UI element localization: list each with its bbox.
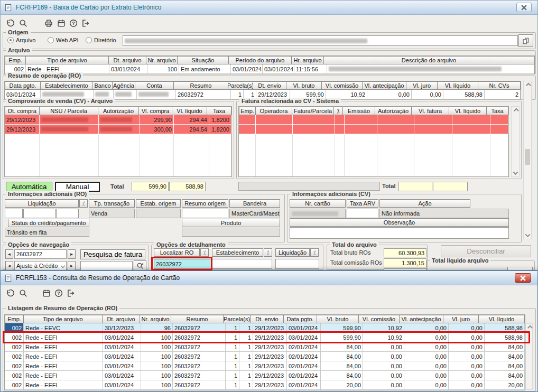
cell[interactable]: 26032972 [173, 333, 226, 342]
cell[interactable] [377, 125, 414, 134]
cell[interactable]: Rede - EEFI [24, 380, 103, 390]
table-row[interactable] [239, 125, 508, 134]
cell[interactable]: 03/01/2024 [103, 352, 141, 361]
resumo-origem-field[interactable] [182, 209, 228, 218]
calendar-icon[interactable] [54, 16, 68, 30]
table-row[interactable]: 002Rede - EEFI03/01/2024100260329721129/… [5, 380, 525, 390]
cell[interactable]: 84,00 [485, 342, 525, 352]
cell[interactable] [414, 115, 452, 125]
cell[interactable]: 84,00 [485, 361, 525, 371]
cell[interactable]: 29/12/2023 [253, 342, 287, 352]
cell[interactable]: 002 [5, 342, 24, 352]
cell[interactable] [490, 115, 508, 125]
column-header[interactable]: Dt. arquivo [108, 56, 146, 64]
header-observacao[interactable]: Observação [290, 218, 509, 227]
column-header[interactable]: Descrição do arquivo [323, 56, 534, 64]
header-acao[interactable]: Ação [379, 199, 470, 208]
table-row[interactable]: 002Rede - EEFI03/01/2024100260329721129/… [5, 371, 525, 380]
cell[interactable]: 29/12/2023 [253, 371, 287, 380]
cell[interactable]: 29/12/2023 [253, 333, 287, 342]
header-estabelecimento[interactable]: Estabelecimento [212, 248, 263, 257]
column-header[interactable]: Hr. arquivo [291, 56, 324, 64]
vertical-scrollbar[interactable] [523, 81, 532, 239]
column-header[interactable]: Dt. compra [5, 107, 40, 115]
localizar-ro-input[interactable]: 26032972 [154, 259, 211, 269]
cell[interactable]: 0,00 [449, 352, 485, 361]
cell[interactable] [452, 115, 490, 125]
cell[interactable]: 1 [239, 342, 253, 352]
cell[interactable]: 29/12/2023 [5, 115, 40, 125]
cell[interactable]: 300,00 [140, 125, 174, 134]
table-row[interactable]: 002Rede - EEFI03/01/2024100260329721129/… [5, 342, 525, 352]
cell[interactable]: 100 [147, 64, 179, 74]
cell[interactable] [40, 125, 99, 134]
search-lookup-icon[interactable] [134, 260, 146, 270]
column-header[interactable]: Autorização [375, 107, 412, 115]
cell[interactable]: Rede - EEFI [24, 333, 103, 342]
cell[interactable]: 02/01/2024 [287, 352, 321, 361]
cell[interactable] [256, 115, 293, 125]
column-header[interactable]: Vl. líquido [478, 315, 525, 323]
cell[interactable] [452, 125, 490, 134]
scroll-down-icon[interactable] [512, 169, 519, 176]
column-header[interactable]: Resumo [173, 81, 228, 90]
cell[interactable]: Rede - EEVC [24, 323, 103, 333]
table-row[interactable]: 29/12/2023299,90294,441,8200 [5, 115, 231, 125]
column-header[interactable]: Autorização [98, 107, 139, 115]
cell[interactable] [490, 125, 508, 134]
search-icon[interactable] [16, 16, 30, 30]
cell[interactable]: 26032972 [173, 361, 226, 371]
ajuste-combo[interactable]: Ajuste à Crédito [14, 261, 67, 270]
column-header[interactable]: Agência [112, 81, 135, 90]
cell[interactable] [345, 115, 377, 125]
cell[interactable]: 0,00 [449, 371, 485, 380]
cell[interactable]: 29/12/2023 [253, 352, 287, 361]
cell[interactable]: 1 [226, 352, 239, 361]
titlebar-top[interactable]: FCRFP169 - Baixa de Cartão por Extrato E… [1, 1, 537, 15]
column-header[interactable]: Fatura/Parcela [292, 107, 334, 115]
cell[interactable]: 26032972 [173, 380, 226, 390]
cell[interactable]: 294,54 [174, 125, 209, 134]
cell[interactable] [99, 115, 140, 125]
column-header[interactable]: Emp. [5, 56, 26, 64]
filter-icon[interactable]: ⁒ [200, 248, 209, 257]
cell[interactable]: 100 [141, 333, 173, 342]
cell[interactable]: 0,00 [404, 371, 449, 380]
cell[interactable]: 1 [226, 323, 239, 333]
cell[interactable]: 0,00 [404, 352, 449, 361]
liquidacao-field-3[interactable] [56, 209, 79, 218]
close-icon[interactable] [516, 3, 532, 12]
column-header[interactable]: Parcela(s) [228, 81, 253, 90]
column-header[interactable]: Vl. líquido [172, 107, 207, 115]
exit-icon[interactable] [78, 16, 91, 30]
cell[interactable]: 002 [5, 380, 24, 390]
cell[interactable]: 20,00 [321, 380, 363, 390]
cell[interactable]: 84,00 [485, 352, 525, 361]
column-header[interactable]: Banco [92, 81, 113, 90]
column-header[interactable]: Operadora [255, 107, 292, 115]
cell[interactable]: 588,98 [485, 333, 525, 342]
cell[interactable]: 1 [226, 342, 239, 352]
taxa-arv-field[interactable] [347, 209, 378, 218]
cell[interactable]: 0,00 [449, 333, 485, 342]
cell[interactable]: 84,00 [485, 371, 525, 380]
estabelecimento-input[interactable] [212, 259, 272, 269]
cell[interactable]: 100 [141, 371, 173, 380]
calendar-icon[interactable] [40, 286, 53, 300]
header-taxa-arv[interactable]: Taxa ARV [347, 199, 378, 208]
column-header[interactable]: Resumo [171, 315, 224, 323]
cell[interactable] [335, 115, 345, 125]
cell[interactable]: 03/01/2024 [103, 333, 141, 342]
column-header[interactable]: Tipo de arquivo [25, 56, 109, 64]
cell[interactable]: 84,00 [321, 371, 363, 380]
cell[interactable]: 29/12/2023 [253, 361, 287, 371]
cell[interactable]: 0,00 [449, 342, 485, 352]
column-header[interactable]: Taxa [207, 107, 231, 115]
column-header[interactable]: NSU / Parcela [39, 107, 98, 115]
cell[interactable]: 02/01/2024 [287, 380, 321, 390]
column-header[interactable]: Emp. [5, 315, 24, 323]
cell[interactable]: 1,8200 [209, 125, 231, 134]
table-row[interactable] [239, 115, 508, 125]
cell[interactable]: 02/01/2024 [287, 371, 321, 380]
cell[interactable]: Rede - EEFI [24, 342, 103, 352]
